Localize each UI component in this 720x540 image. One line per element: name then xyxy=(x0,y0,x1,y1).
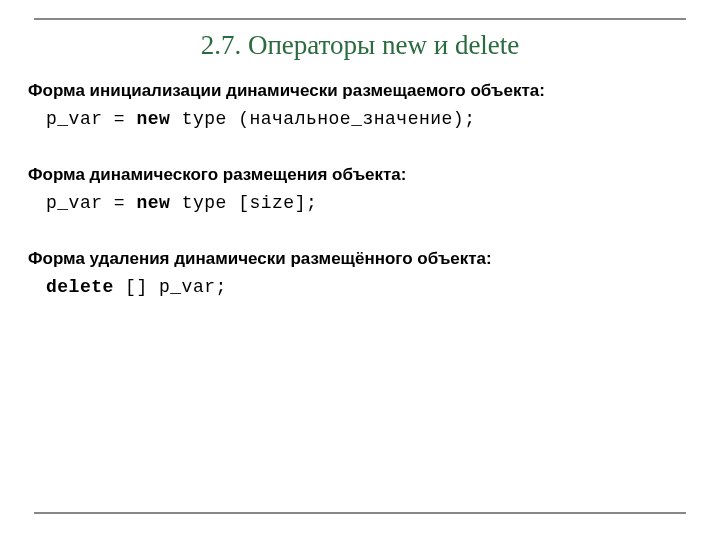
footer-rule xyxy=(34,512,686,514)
section-heading: Форма динамического размещения объекта: xyxy=(28,165,692,185)
section-delete: Форма удаления динамически размещённого … xyxy=(28,249,692,297)
section-alloc: Форма динамического размещения объекта: … xyxy=(28,165,692,213)
content-area: Форма инициализации динамически размещае… xyxy=(0,67,720,297)
slide: 2.7. Операторы new и delete Форма инициа… xyxy=(0,18,720,540)
code-keyword: delete xyxy=(46,277,114,297)
code-prefix: p_var = xyxy=(46,193,136,213)
section-heading: Форма инициализации динамически размещае… xyxy=(28,81,692,101)
slide-title: 2.7. Операторы new и delete xyxy=(34,20,686,67)
code-suffix: [] p_var; xyxy=(114,277,227,297)
section-init: Форма инициализации динамически размещае… xyxy=(28,81,692,129)
code-keyword: new xyxy=(136,109,170,129)
code-keyword: new xyxy=(136,193,170,213)
code-line: p_var = new type [size]; xyxy=(28,193,692,213)
code-line: p_var = new type (начальное_значение); xyxy=(28,109,692,129)
section-heading: Форма удаления динамически размещённого … xyxy=(28,249,692,269)
code-suffix: type [size]; xyxy=(170,193,317,213)
code-prefix: p_var = xyxy=(46,109,136,129)
code-suffix: type (начальное_значение); xyxy=(170,109,475,129)
title-block: 2.7. Операторы new и delete xyxy=(34,18,686,67)
code-line: delete [] p_var; xyxy=(28,277,692,297)
